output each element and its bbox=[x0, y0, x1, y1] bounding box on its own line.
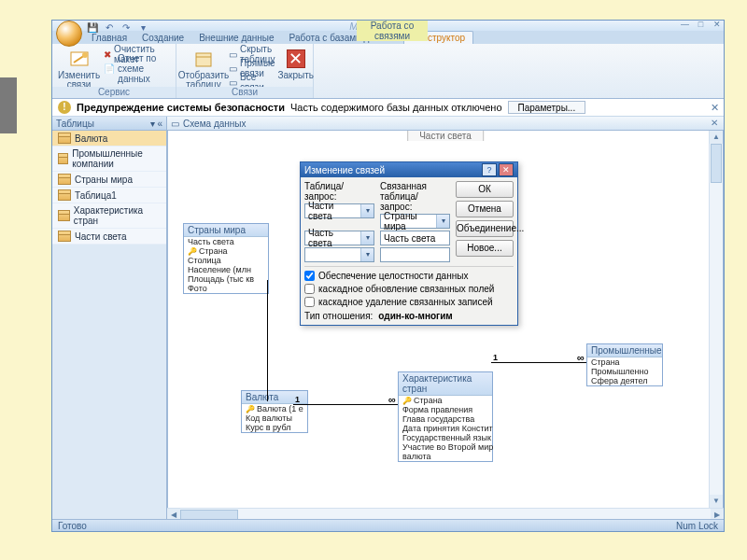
qat-dropdown-icon[interactable]: ▾ bbox=[136, 21, 149, 34]
relation-many-label: ∞ bbox=[577, 355, 585, 361]
checkbox-cascade-update[interactable]: каскадное обновление связанных полей bbox=[304, 284, 514, 294]
context-tab-group: Работа со связями bbox=[357, 21, 428, 41]
chevron-down-icon: ▾ « bbox=[150, 119, 162, 129]
combo-left-table[interactable]: Части света▾ bbox=[304, 203, 374, 218]
diagram-table-industrial[interactable]: Промышленные Страна Промышленно Сфера де… bbox=[586, 343, 663, 386]
nav-item-continents[interactable]: Части света bbox=[52, 229, 166, 245]
ribbon: Изменить связи ✖Очистить макет 📄Отчет по… bbox=[52, 44, 724, 99]
relation-one-label: 1 bbox=[493, 353, 498, 362]
nav-item-currency[interactable]: Валюта bbox=[52, 131, 166, 147]
navigation-header[interactable]: Таблицы ▾ « bbox=[52, 117, 166, 131]
relation-line bbox=[293, 404, 398, 405]
table-icon bbox=[58, 174, 71, 185]
ghost-table-tab: Части света bbox=[407, 130, 484, 141]
checkbox-integrity[interactable]: Обеспечение целостности данных bbox=[304, 271, 514, 281]
office-button[interactable] bbox=[56, 21, 82, 47]
app-window: 💾 ↶ ↷ ▾ Microsoft Access Работа со связя… bbox=[51, 20, 725, 532]
combo-right-field-2[interactable] bbox=[380, 247, 450, 262]
svg-point-1 bbox=[82, 52, 88, 58]
ribbon-group-service: Сервис bbox=[52, 87, 176, 98]
undo-icon[interactable]: ↶ bbox=[103, 21, 116, 34]
table-icon bbox=[58, 189, 71, 201]
checkbox-cascade-delete[interactable]: каскадное удаление связанных записей bbox=[304, 297, 514, 307]
warning-close-button[interactable]: ✕ bbox=[709, 102, 720, 113]
scroll-up-arrow[interactable]: ▲ bbox=[710, 131, 723, 144]
relation-many-label: ∞ bbox=[388, 397, 396, 403]
warning-options-button[interactable]: Параметры... bbox=[508, 101, 586, 114]
warning-text: Часть содержимого базы данных отключено bbox=[290, 102, 502, 113]
table-icon bbox=[58, 210, 70, 221]
tab-external[interactable]: Внешние данные bbox=[191, 32, 281, 44]
combo-left-field-2[interactable]: ▾ bbox=[304, 247, 374, 262]
redo-icon[interactable]: ↷ bbox=[120, 21, 133, 34]
nav-item-countries[interactable]: Страны мира bbox=[52, 172, 166, 188]
dialog-titlebar[interactable]: Изменение связей ? ✕ bbox=[301, 162, 517, 177]
warning-icon: ! bbox=[58, 101, 71, 114]
minimize-button[interactable]: — bbox=[680, 21, 690, 29]
show-table-icon bbox=[192, 48, 215, 70]
new-button[interactable]: Новое... bbox=[456, 240, 514, 257]
canvas-titlebar: ▭ Схема данных ✕ bbox=[167, 117, 724, 131]
chevron-down-icon: ▾ bbox=[436, 215, 449, 228]
relation-one-label: 1 bbox=[295, 395, 300, 404]
edit-relations-button[interactable]: Изменить связи bbox=[58, 46, 100, 90]
nav-item-characteristics[interactable]: Характеристика стран bbox=[52, 203, 166, 229]
dialog-help-button[interactable]: ? bbox=[482, 163, 497, 176]
join-button[interactable]: Объединение... bbox=[456, 220, 514, 237]
label-related-table: Связанная таблица/запрос: bbox=[380, 181, 450, 212]
combo-right-field[interactable]: Часть света bbox=[380, 231, 450, 245]
chevron-down-icon: ▾ bbox=[360, 231, 374, 245]
status-left: Готово bbox=[58, 521, 87, 531]
table-icon bbox=[58, 133, 71, 144]
canvas-close-button[interactable]: ✕ bbox=[709, 118, 720, 129]
label-table: Таблица/запрос: bbox=[304, 181, 374, 202]
edit-relations-icon bbox=[68, 48, 91, 70]
ribbon-group-relations: Связи bbox=[176, 87, 313, 98]
cancel-button[interactable]: Отмена bbox=[456, 201, 514, 217]
relation-line bbox=[267, 280, 268, 401]
status-bar: Готово Num Lock bbox=[52, 519, 724, 531]
chevron-down-icon: ▾ bbox=[360, 204, 374, 217]
navigation-pane: Таблицы ▾ « Валюта Промышленные компании… bbox=[52, 117, 167, 522]
status-numlock: Num Lock bbox=[676, 521, 718, 531]
ok-button[interactable]: ОК bbox=[456, 181, 514, 198]
relation-report-button[interactable]: 📄Отчет по схеме данных bbox=[104, 62, 170, 75]
diagram-table-countries[interactable]: Страны мира Часть света Страна Столица Н… bbox=[183, 223, 269, 294]
dialog-close-button[interactable]: ✕ bbox=[499, 163, 514, 176]
scroll-thumb[interactable] bbox=[711, 144, 722, 183]
combo-right-table[interactable]: Страны мира▾ bbox=[380, 214, 450, 229]
close-relations-button[interactable]: ✕ Закрыть bbox=[279, 46, 313, 80]
close-button[interactable]: ✕ bbox=[712, 21, 722, 29]
security-warning-bar: ! Предупреждение системы безопасности Ча… bbox=[52, 99, 724, 117]
close-icon: ✕ bbox=[285, 48, 307, 70]
titlebar: 💾 ↶ ↷ ▾ Microsoft Access Работа со связя… bbox=[52, 21, 724, 31]
maximize-button[interactable]: □ bbox=[696, 21, 706, 29]
nav-item-companies[interactable]: Промышленные компании bbox=[52, 147, 166, 172]
table-icon bbox=[58, 231, 71, 242]
vertical-scrollbar[interactable]: ▲ ▼ bbox=[709, 131, 723, 508]
relation-line bbox=[491, 362, 586, 363]
scroll-down-arrow[interactable]: ▼ bbox=[710, 495, 723, 508]
relationships-icon: ▭ bbox=[171, 119, 179, 129]
canvas-title: Схема данных bbox=[183, 119, 247, 129]
edit-relationships-dialog: Изменение связей ? ✕ Таблица/запрос: Час… bbox=[300, 161, 518, 326]
relation-type-value: один-ко-многим bbox=[378, 311, 452, 321]
combo-left-field[interactable]: Часть света▾ bbox=[304, 231, 374, 245]
save-icon[interactable]: 💾 bbox=[86, 21, 99, 34]
decorative-accent bbox=[0, 77, 17, 133]
label-relation-type: Тип отношения: bbox=[304, 311, 373, 321]
nav-item-table1[interactable]: Таблица1 bbox=[52, 188, 166, 203]
chevron-down-icon: ▾ bbox=[360, 248, 374, 261]
diagram-table-characteristics[interactable]: Характеристика стран Страна Форма правле… bbox=[398, 371, 493, 462]
table-icon bbox=[58, 153, 68, 164]
svg-rect-2 bbox=[196, 53, 211, 66]
warning-title: Предупреждение системы безопасности bbox=[77, 102, 285, 113]
show-table-button[interactable]: Отобразить таблицу bbox=[182, 46, 225, 90]
